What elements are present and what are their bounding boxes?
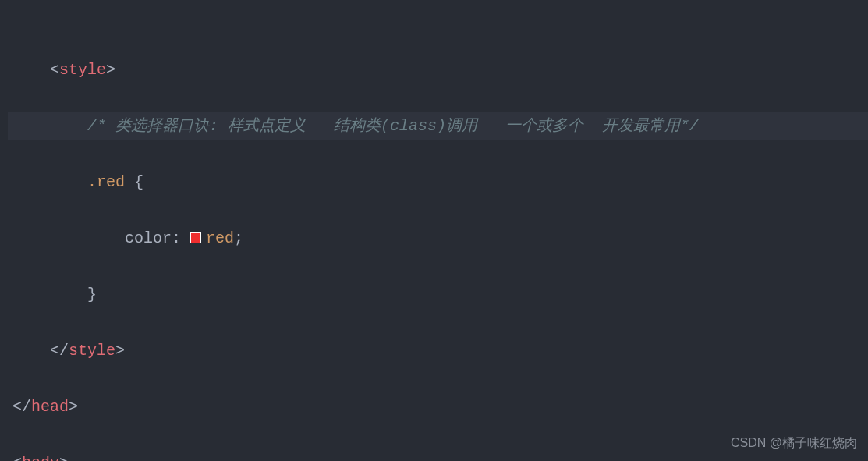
tag-body-open: body — [22, 454, 59, 461]
css-comment: /* 类选择器口诀: 样式点定义 结构类(class)调用 一个或多个 开发最常… — [87, 117, 689, 135]
watermark-text: CSDN @橘子味红烧肉 — [731, 432, 857, 455]
code-line: <style> — [8, 56, 868, 84]
css-value: red — [206, 229, 234, 247]
code-line: </head> — [8, 393, 868, 421]
color-swatch-icon — [190, 232, 201, 243]
css-property: color — [125, 229, 172, 247]
code-line: .red { — [8, 168, 868, 197]
code-line-highlighted: /* 类选择器口诀: 样式点定义 结构类(class)调用 一个或多个 开发最常… — [8, 112, 868, 140]
code-line: </style> — [8, 337, 868, 365]
tag-style-close: style — [69, 342, 115, 360]
css-selector: .red — [87, 173, 125, 191]
code-editor[interactable]: <style> /* 类选择器口诀: 样式点定义 结构类(class)调用 一个… — [0, 0, 868, 461]
code-line: color: red; — [8, 225, 868, 253]
code-line: } — [8, 281, 868, 309]
tag-head-close: head — [31, 398, 69, 416]
tag-style-open: style — [59, 61, 106, 79]
